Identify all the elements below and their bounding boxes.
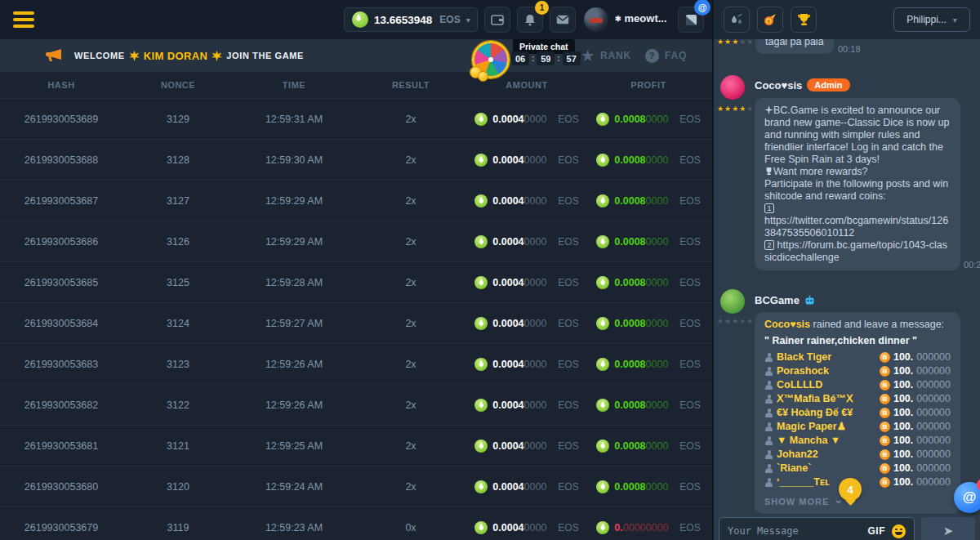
author-name: BCGame [755,294,800,306]
leaderboard-button[interactable] [791,7,817,33]
recipient-name[interactable]: ▼ Mancha ▼ [777,435,840,447]
rank-button[interactable]: ★ RANK [581,39,631,72]
trophy-icon [797,13,811,26]
bet-result: 2x [354,114,467,125]
notification-badge: 1 [535,1,549,15]
table-row[interactable]: 2619930053683 3123 12:59:26 AM 2x 0.0004… [0,344,712,385]
gif-button[interactable]: GIF [868,525,886,537]
table-row[interactable]: 2619930053686 3126 12:59:29 AM 2x 0.0004… [0,221,712,262]
table-row[interactable]: 2619930053685 3125 12:59:28 AM 2x 0.0004… [0,262,712,303]
rain-amount: 100.000000 [880,462,951,475]
timer-minutes: 59 [537,51,555,65]
message-text: Want more rewards? [773,166,868,177]
chat-toggle-button[interactable]: @ [678,7,704,33]
rain-header: Coco♥sis rained and leave a message: [764,319,951,331]
mentions-button[interactable]: @ 1 [954,482,980,513]
bet-result: 2x [354,318,467,329]
bet-profit: 0.00080000EOS [586,317,710,330]
user-rating: ★★★★★ [717,39,754,46]
panel-collapse-icon [685,14,697,26]
recipient-name[interactable]: ʻ______Tᴇʟ [777,476,830,489]
bet-profit: 0.00080000EOS [586,113,710,126]
timer-hours: 06 [511,51,529,65]
bc-coin-icon [880,463,890,474]
trophy-glyph-icon [764,167,773,176]
recipient-name[interactable]: Johan22 [777,449,818,461]
rain-amount: 100.000000 [880,393,951,405]
faq-button[interactable]: ? FAQ [645,39,687,72]
rain-amount: 100.000000 [880,379,951,391]
user-avatar[interactable] [584,7,608,32]
bet-time: 12:59:30 AM [234,154,354,166]
person-icon [764,422,773,431]
message-input-wrap: GIF [719,517,915,540]
bet-nonce: 3122 [122,399,234,411]
fireball-icon: 0 [763,12,777,27]
menu-icon[interactable] [13,11,34,28]
chat-region-selector[interactable]: Philippi... ▾ [893,7,970,32]
bc-coin-icon [880,422,890,432]
message-link[interactable]: https://forum.bc.game/topic/1043-classic… [764,239,947,263]
bet-profit: 0.00080000EOS [586,154,710,167]
eos-coin-icon [352,11,368,28]
message-link[interactable]: https://twitter.com/bcgamewin/status/126… [764,215,951,239]
avatar[interactable] [720,75,745,100]
table-row[interactable]: 2619930053689 3129 12:59:31 AM 2x 0.0004… [0,99,712,140]
username: meowt... [625,12,667,25]
bet-time: 12:59:28 AM [234,277,354,288]
emoji-picker-icon[interactable] [892,524,906,538]
bet-result: 2x [354,481,467,493]
gold-coin-icon [478,71,488,82]
bet-time: 12:59:26 AM [234,359,354,370]
bet-hash: 2619930053683 [0,359,122,370]
spin-wheel-icon[interactable] [472,41,510,78]
mail-button[interactable] [550,7,576,33]
recipient-name[interactable]: `Riane` [777,462,811,475]
col-header-result: RESULT [354,80,467,90]
eos-coin-icon [474,480,488,493]
recipient-name[interactable]: Black Tiger [777,351,831,364]
recipient-name[interactable]: Magic Paper♟ [777,421,846,433]
notifications-button[interactable]: 1 [517,7,543,33]
bet-amount: 0.00040000EOS [467,440,586,453]
table-row[interactable]: 2619930053688 3128 12:59:30 AM 2x 0.0004… [0,140,712,181]
bet-nonce: 3129 [122,114,234,125]
rain-recipient-row: Porashock100.000000 [764,364,951,378]
eos-coin-icon [474,154,488,167]
avatar[interactable] [720,289,745,314]
bet-amount: 0.00040000EOS [467,480,586,493]
welcome-message: WELCOME KIM DORAN JOIN THE GAME [74,50,304,62]
table-row[interactable]: 2619930053681 3121 12:59:25 AM 2x 0.0004… [0,426,712,466]
rain-notification-badge[interactable]: 4 [839,478,862,501]
rain-recipient-row: Magic Paper♟100.000000 [764,420,951,434]
rain-recipient-row: ▼ Mancha ▼100.000000 [764,434,951,448]
bet-amount: 0.00040000EOS [467,358,586,371]
send-button[interactable]: ➤ [921,517,975,540]
eos-coin-icon [474,521,488,534]
balance-selector[interactable]: 13.6653948 EOS ▾ [344,7,478,32]
wallet-button[interactable] [484,7,510,33]
table-row[interactable]: 2619930053682 3122 12:59:26 AM 2x 0.0004… [0,385,712,426]
rain-button[interactable] [724,7,750,33]
bc-coin-icon [880,449,890,460]
table-row[interactable]: 2619930053679 3119 12:59:23 AM 0x 0.0004… [0,507,712,540]
person-icon [764,450,773,459]
megaphone-icon [45,48,63,63]
message-author[interactable]: Coco♥sis Admin [755,78,850,91]
message-author[interactable]: BCGame [755,294,815,306]
recipient-name[interactable]: €¥ Hoàng Đế €¥ [777,407,853,419]
bet-hash: 2619930053688 [0,154,122,166]
recipient-name[interactable]: Ⅹ™Mafia Bé™Ⅹ [777,393,853,405]
coin-drop-button[interactable]: 0 [757,7,783,33]
bc-coin-icon [880,435,890,446]
user-menu[interactable]: ✱ meowt... [615,12,667,25]
table-row[interactable]: 2619930053687 3127 12:59:29 AM 2x 0.0004… [0,181,712,221]
mention-badge: @ [694,0,710,16]
bet-profit: 0.00080000EOS [586,194,710,208]
table-row[interactable]: 2619930053680 3120 12:59:24 AM 2x 0.0004… [0,466,712,507]
table-row[interactable]: 2619930053684 3124 12:59:27 AM 2x 0.0004… [0,303,712,344]
recipient-name[interactable]: CoLLLLD [777,379,822,391]
recipient-name[interactable]: Porashock [777,365,829,377]
message-input[interactable] [728,525,862,537]
user-rating: ★★★★★ [717,317,754,325]
